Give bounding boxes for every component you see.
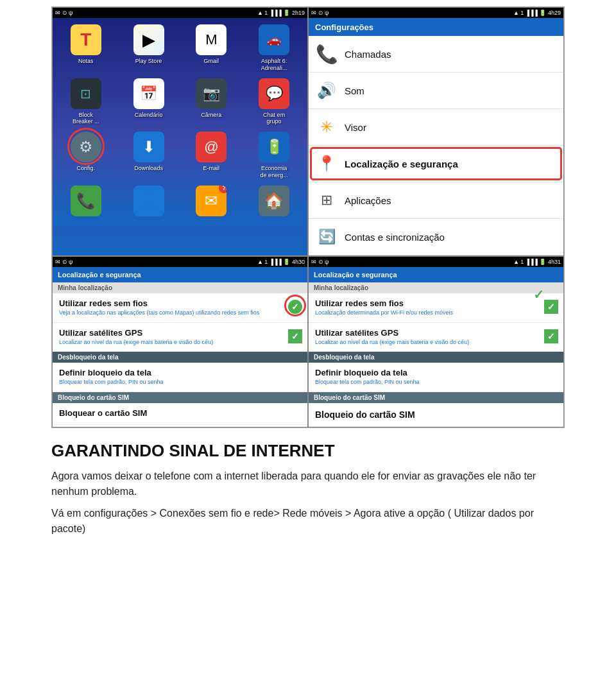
minha-localizacao-header-3: Minha localização bbox=[53, 282, 307, 293]
desbloqueio-header-4: Desbloqueio da tela bbox=[309, 352, 563, 363]
screen1-cell: ✉ ⊙ ψ ▲ 1 ▐▐▐ 🔋 2h19 T Notas ▶ Play Stor… bbox=[52, 7, 308, 256]
menu-visor[interactable]: ✳ Visor bbox=[309, 109, 563, 146]
messages-icon: ✉ 7 bbox=[196, 185, 227, 216]
statusbar-left-icons: ✉ ⊙ ψ bbox=[55, 10, 73, 16]
paragraph1: Agora vamos deixar o telefone com a inte… bbox=[51, 469, 565, 499]
som-label: Som bbox=[345, 85, 364, 96]
gps-checkbox-3[interactable]: ✓ bbox=[288, 329, 302, 343]
screen2-statusbar: ✉ ⊙ ψ ▲ 1 ▐▐▐ 🔋 4h29 bbox=[309, 8, 563, 18]
screenshots-grid: ✉ ⊙ ψ ▲ 1 ▐▐▐ 🔋 2h19 T Notas ▶ Play Stor… bbox=[51, 6, 565, 428]
screen3-header: Localização e segurança bbox=[53, 267, 307, 282]
asphalt-label: Asphalt 6:Adrenali... bbox=[261, 58, 287, 72]
app-home[interactable]: 🏠 bbox=[243, 183, 305, 221]
menu-aplicacoes[interactable]: ⊞ Aplicações bbox=[309, 182, 563, 219]
redes-title-3: Utilizar redes sem fios bbox=[59, 298, 283, 308]
page-container: ✉ ⊙ ψ ▲ 1 ▐▐▐ 🔋 2h19 T Notas ▶ Play Stor… bbox=[0, 0, 616, 569]
asphalt-icon: 🚗 bbox=[259, 24, 289, 55]
gps-desc-3: Localizar ao nível da rua (exige mais ba… bbox=[59, 339, 283, 347]
gps-item-4[interactable]: Utilizar satélites GPS Localizar ao níve… bbox=[309, 323, 563, 352]
visor-icon: ✳ bbox=[315, 116, 338, 139]
notas-icon: T bbox=[71, 24, 101, 55]
definir-content-3: Definir bloqueio da tela Bloquear tela c… bbox=[59, 368, 302, 386]
definir-content-4: Definir bloqueio da tela Bloquear tela c… bbox=[315, 368, 558, 386]
aplicacoes-icon: ⊞ bbox=[315, 189, 338, 212]
desbloqueio-header-3: Desbloqueio da tela bbox=[53, 352, 307, 363]
downloads-label: Downloads bbox=[134, 165, 163, 172]
chat-label: Chat emgrupo bbox=[263, 112, 285, 126]
app-asphalt[interactable]: 🚗 Asphalt 6:Adrenali... bbox=[243, 22, 305, 74]
redes-checkbox-3[interactable]: ✓ bbox=[288, 300, 302, 314]
s3-right: ▲ 1 ▐▐▐ 🔋 4h30 bbox=[257, 259, 305, 265]
bloqueio-sim-content-4: Bloqueio do cartão SIM bbox=[315, 410, 557, 420]
contacts-icon: 👤 bbox=[133, 185, 164, 216]
som-icon: 🔊 bbox=[315, 79, 338, 102]
app-camera[interactable]: 📷 Câmera bbox=[181, 76, 243, 128]
redes-title-4: Utilizar redes sem fios bbox=[315, 298, 539, 308]
app-email[interactable]: @ E-mail bbox=[181, 129, 243, 182]
definir-bloqueio-4[interactable]: Definir bloqueio da tela Bloquear tela c… bbox=[309, 363, 563, 392]
email-label: E-mail bbox=[203, 165, 220, 172]
definir-title-4: Definir bloqueio da tela bbox=[315, 368, 553, 377]
gps-checkbox-4[interactable]: ✓ bbox=[544, 329, 558, 343]
energia-label: Economiade energ... bbox=[261, 165, 288, 179]
app-messages[interactable]: ✉ 7 bbox=[181, 183, 243, 221]
email-icon: @ bbox=[196, 132, 227, 162]
blockbreaker-icon: ⊡ bbox=[71, 78, 101, 109]
bloqueio-sim-item-4[interactable]: Bloqueio do cartão SIM bbox=[309, 403, 563, 427]
bloqueio-sim-content-3: Bloquear o cartão SIM bbox=[59, 408, 302, 419]
gmail-icon: M bbox=[196, 24, 227, 55]
app-contacts[interactable]: 👤 bbox=[118, 183, 180, 221]
page-title: GARANTINDO SINAL DE INTERNET bbox=[51, 441, 565, 461]
gps-content-4: Utilizar satélites GPS Localizar ao níve… bbox=[315, 328, 544, 347]
screen3-cell: ✉ ⊙ ψ ▲ 1 ▐▐▐ 🔋 4h30 Localização e segur… bbox=[52, 256, 308, 427]
app-playstore[interactable]: ▶ Play Store bbox=[118, 22, 180, 74]
s3-left: ✉ ⊙ ψ bbox=[55, 259, 73, 265]
screen4-statusbar: ✉ ⊙ ψ ▲ 1 ▐▐▐ 🔋 4h31 bbox=[309, 257, 563, 267]
menu-contas[interactable]: 🔄 Contas e sincronização bbox=[309, 219, 563, 255]
statusbar-right-info: ▲ 1 ▐▐▐ 🔋 2h19 bbox=[257, 10, 305, 16]
menu-chamadas[interactable]: 📞 Chamadas bbox=[309, 36, 563, 73]
bloqueio-sim-title-3: Bloquear o cartão SIM bbox=[59, 408, 297, 418]
app-energia[interactable]: 🔋 Economiade energ... bbox=[243, 129, 305, 182]
contas-label: Contas e sincronização bbox=[345, 232, 445, 243]
s2-left: ✉ ⊙ ψ bbox=[311, 10, 329, 16]
minha-localizacao-header-4: Minha localização bbox=[309, 282, 563, 293]
aplicacoes-label: Aplicações bbox=[345, 195, 391, 206]
definir-bloqueio-3[interactable]: Definir bloqueio da tela Bloquear tela c… bbox=[53, 363, 307, 392]
app-blockbreaker[interactable]: ⊡ BlockBreaker ... bbox=[55, 76, 117, 128]
phone-icon: 📞 bbox=[71, 185, 101, 216]
redes-sem-fios-item-4[interactable]: ✓ Utilizar redes sem fios Localização de… bbox=[309, 293, 563, 323]
chamadas-icon: 📞 bbox=[315, 42, 338, 65]
gps-title-4: Utilizar satélites GPS bbox=[315, 328, 539, 338]
paragraph2: Vá em configurações > Conexões sem fio e… bbox=[51, 506, 565, 537]
chamadas-label: Chamadas bbox=[345, 49, 391, 60]
definir-desc-3: Bloquear tela com padrão, PIN ou senha bbox=[59, 379, 297, 386]
bloqueio-sim-title-4: Bloqueio do cartão SIM bbox=[315, 410, 552, 420]
screen4-title: Localização e segurança bbox=[314, 271, 397, 279]
menu-localizacao[interactable]: 📍 Localização e segurança bbox=[309, 146, 563, 182]
app-calendario[interactable]: 📅 Calendário bbox=[118, 76, 180, 128]
app-phone[interactable]: 📞 bbox=[55, 183, 117, 221]
energia-icon: 🔋 bbox=[259, 132, 289, 162]
config-title: Configurações bbox=[315, 22, 373, 32]
gps-item-3[interactable]: Utilizar satélites GPS Localizar ao níve… bbox=[53, 323, 307, 352]
app-config[interactable]: ⚙ Config. bbox=[55, 129, 117, 182]
redes-sem-fios-item-3[interactable]: Utilizar redes sem fios Veja a localizaç… bbox=[53, 293, 307, 323]
redes-desc-3: Veja a localização nas aplicações (tais … bbox=[59, 309, 283, 317]
gps-title-3: Utilizar satélites GPS bbox=[59, 328, 283, 338]
app-chat[interactable]: 💬 Chat emgrupo bbox=[243, 76, 305, 128]
s4-left: ✉ ⊙ ψ bbox=[311, 259, 329, 265]
menu-som[interactable]: 🔊 Som bbox=[309, 73, 563, 109]
app-gmail[interactable]: M Gmail bbox=[181, 22, 243, 74]
localizacao-label: Localização e segurança bbox=[345, 159, 458, 169]
s2-right: ▲ 1 ▐▐▐ 🔋 4h29 bbox=[513, 10, 561, 16]
redes-checkbox-4[interactable]: ✓ bbox=[544, 300, 558, 314]
app-downloads[interactable]: ⬇ Downloads bbox=[118, 129, 180, 182]
playstore-icon: ▶ bbox=[133, 24, 164, 55]
screen4-header: Localização e segurança bbox=[309, 267, 563, 282]
app-notas[interactable]: T Notas bbox=[55, 22, 117, 74]
s4-right: ▲ 1 ▐▐▐ 🔋 4h31 bbox=[513, 259, 561, 265]
config-icon: ⚙ bbox=[71, 132, 101, 162]
screen3-title: Localização e segurança bbox=[58, 271, 141, 279]
bloqueio-sim-item-3[interactable]: Bloquear o cartão SIM bbox=[53, 403, 307, 425]
